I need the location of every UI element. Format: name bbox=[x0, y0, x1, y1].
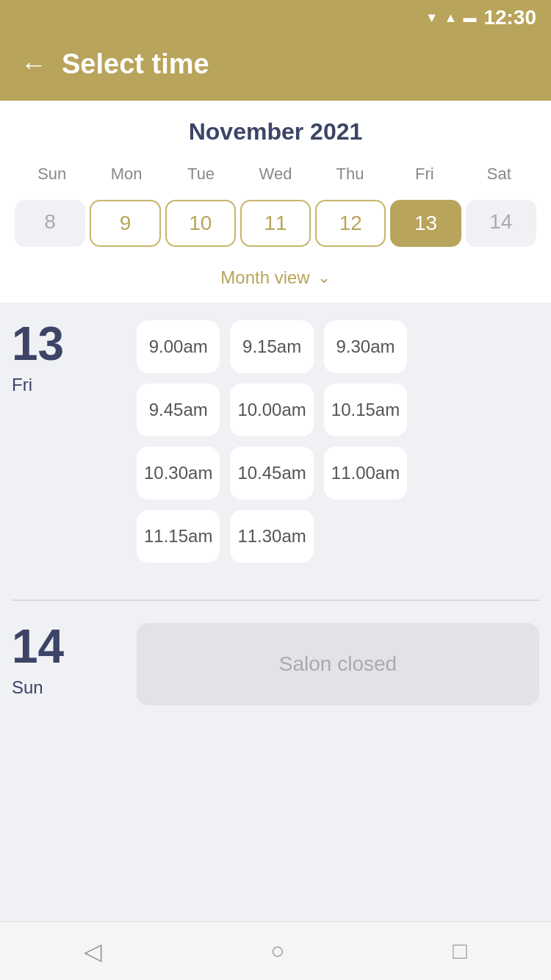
time-slot-945am[interactable]: 9.45am bbox=[137, 383, 220, 436]
signal-icon: ▲ bbox=[444, 10, 458, 26]
cal-day-13[interactable]: 13 bbox=[390, 200, 461, 247]
day-14-section: 14 Sun Salon closed bbox=[0, 608, 551, 723]
weekday-fri: Fri bbox=[387, 160, 461, 188]
back-button[interactable]: ← bbox=[21, 51, 47, 78]
cal-day-9[interactable]: 9 bbox=[90, 200, 160, 247]
status-icons: ▼ ▲ ▬ bbox=[425, 10, 477, 26]
section-divider bbox=[12, 599, 539, 601]
time-slot-930am[interactable]: 9.30am bbox=[324, 320, 407, 373]
battery-icon: ▬ bbox=[463, 10, 476, 26]
day-13-name: Fri bbox=[12, 375, 71, 395]
day-14-name: Sun bbox=[12, 677, 71, 698]
status-time: 12:30 bbox=[483, 6, 536, 29]
day-13-header: 13 Fri 9.00am 9.15am 9.30am 9.45am 10.00… bbox=[12, 320, 539, 563]
day-14-number: 14 bbox=[12, 623, 71, 670]
wifi-icon: ▼ bbox=[425, 10, 439, 26]
weekday-tue: Tue bbox=[164, 160, 238, 188]
time-slot-1130am[interactable]: 11.30am bbox=[230, 510, 313, 563]
cal-day-8: 8 bbox=[15, 200, 85, 247]
home-nav-icon[interactable]: ○ bbox=[270, 937, 284, 965]
salon-closed-box: Salon closed bbox=[137, 623, 539, 705]
weekday-mon: Mon bbox=[89, 160, 163, 188]
bottom-nav: ◁ ○ □ bbox=[0, 921, 551, 980]
chevron-down-icon: ⌄ bbox=[317, 268, 331, 287]
app-header: ← Select time bbox=[0, 35, 551, 101]
calendar-row: 8 9 10 11 12 13 14 bbox=[15, 195, 536, 256]
calendar-section: November 2021 Sun Mon Tue Wed Thu Fri Sa… bbox=[0, 101, 551, 303]
time-slot-1100am[interactable]: 11.00am bbox=[324, 447, 407, 500]
cal-day-12[interactable]: 12 bbox=[315, 200, 386, 247]
month-title: November 2021 bbox=[15, 118, 536, 145]
page-title: Select time bbox=[62, 48, 209, 80]
day-14-row: 14 Sun Salon closed bbox=[12, 623, 539, 705]
time-slots-grid: 9.00am 9.15am 9.30am 9.45am 10.00am 10.1… bbox=[137, 320, 407, 563]
cal-day-10[interactable]: 10 bbox=[165, 200, 236, 247]
time-slot-1000am[interactable]: 10.00am bbox=[230, 383, 313, 436]
back-nav-icon[interactable]: ◁ bbox=[84, 937, 102, 965]
weekday-wed: Wed bbox=[238, 160, 312, 188]
time-slot-915am[interactable]: 9.15am bbox=[230, 320, 313, 373]
status-bar: ▼ ▲ ▬ 12:30 bbox=[0, 0, 551, 35]
weekday-headers: Sun Mon Tue Wed Thu Fri Sat bbox=[15, 160, 536, 188]
weekday-sat: Sat bbox=[462, 160, 536, 188]
time-slot-1115am[interactable]: 11.15am bbox=[137, 510, 220, 563]
day-13-section: 13 Fri 9.00am 9.15am 9.30am 9.45am 10.00… bbox=[0, 303, 551, 592]
time-slot-1045am[interactable]: 10.45am bbox=[230, 447, 313, 500]
time-slot-1030am[interactable]: 10.30am bbox=[137, 447, 220, 500]
cal-day-14: 14 bbox=[466, 200, 536, 247]
time-slot-1015am[interactable]: 10.15am bbox=[324, 383, 407, 436]
time-slot-900am[interactable]: 9.00am bbox=[137, 320, 220, 373]
weekday-sun: Sun bbox=[15, 160, 89, 188]
weekday-thu: Thu bbox=[313, 160, 387, 188]
cal-day-11[interactable]: 11 bbox=[240, 200, 311, 247]
month-view-label: Month view bbox=[220, 267, 309, 288]
recent-nav-icon[interactable]: □ bbox=[453, 937, 467, 965]
month-view-toggle[interactable]: Month view ⌄ bbox=[15, 256, 536, 303]
day-13-number: 13 bbox=[12, 320, 71, 367]
